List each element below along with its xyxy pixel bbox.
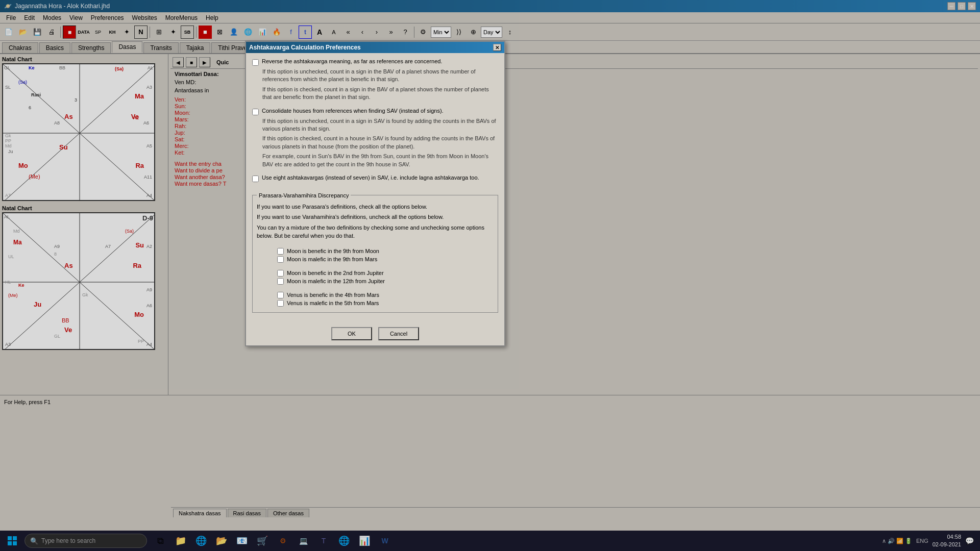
option1-desc2: If this option is checked, count in a si…	[262, 86, 498, 102]
parasara-cb-row-2: Moon is malefic in the 9th from Mars	[277, 256, 494, 263]
option2-label: Consolidate houses from references when …	[262, 108, 444, 114]
dialog-content: Reverse the ashtakavarga meaning, as far…	[246, 53, 504, 322]
dialog: Ashtakavarga Calculation Preferences ✕ R…	[245, 41, 505, 346]
parasara-fieldset: Parasara-Varahamihira Discrepancy If you…	[252, 192, 498, 313]
parasara-cb-row-3: Moon is benefic in the 2nd from Jupiter	[277, 270, 494, 277]
parasara-cb-row-4: Moon is malefic in the 12th from Jupiter	[277, 278, 494, 285]
parasara-cb-2[interactable]	[277, 256, 284, 263]
option1-desc1: If this option is unchecked, count in a …	[262, 68, 498, 84]
parasara-cb-3[interactable]	[277, 270, 284, 277]
parasara-cb-5[interactable]	[277, 292, 284, 298]
parasara-desc1: If you want to use Parasara's definition…	[257, 203, 494, 211]
ok-button[interactable]: OK	[331, 327, 372, 340]
parasara-cb-6[interactable]	[277, 300, 284, 307]
option2-desc3: For example, count in Sun's BAV in the 9…	[262, 153, 498, 168]
parasara-cb-label-5: Venus is benefic in the 4th from Mars	[287, 292, 379, 298]
parasara-cb-row-5: Venus is benefic in the 4th from Mars	[277, 292, 494, 298]
option2-row: Consolidate houses from references when …	[252, 108, 498, 115]
parasara-cb-label-2: Moon is malefic in the 9th from Mars	[287, 256, 377, 262]
option2-checkbox[interactable]	[252, 109, 259, 115]
option3-label: Use eight ashtakavargas (instead of seve…	[262, 174, 479, 181]
parasara-cb-label-3: Moon is benefic in the 2nd from Jupiter	[287, 270, 384, 276]
parasara-cb-4[interactable]	[277, 278, 284, 285]
cancel-button[interactable]: Cancel	[378, 327, 419, 340]
divider-p3	[257, 286, 494, 290]
option3-row: Use eight ashtakavargas (instead of seve…	[252, 174, 498, 182]
divider3	[252, 184, 498, 188]
dialog-overlay: Ashtakavarga Calculation Preferences ✕ R…	[0, 0, 980, 551]
divider-p2	[257, 264, 494, 268]
option2-desc2: If this option is checked, count in a ho…	[262, 135, 498, 151]
divider-p1	[257, 242, 494, 246]
dialog-titlebar: Ashtakavarga Calculation Preferences ✕	[246, 42, 504, 53]
parasara-cb-row-6: Venus is malefic in the 5th from Mars	[277, 300, 494, 307]
parasara-desc2: If you want to use Varahamihira's defini…	[257, 213, 494, 221]
parasara-cb-1[interactable]	[277, 248, 284, 255]
dialog-close-button[interactable]: ✕	[493, 44, 501, 51]
dialog-buttons: OK Cancel	[246, 322, 504, 345]
parasara-legend: Parasara-Varahamihira Discrepancy	[257, 192, 351, 198]
option1-checkbox[interactable]	[252, 59, 259, 66]
parasara-cb-label-6: Venus is malefic in the 5th from Mars	[287, 300, 379, 306]
divider2	[252, 170, 498, 174]
option3-checkbox[interactable]	[252, 176, 259, 182]
option1-row: Reverse the ashtakavarga meaning, as far…	[252, 58, 498, 66]
parasara-desc3: You can try a mixture of the two definit…	[257, 223, 494, 240]
option1-label: Reverse the ashtakavarga meaning, as far…	[262, 58, 442, 64]
parasara-cb-label-4: Moon is malefic in the 12th from Jupiter	[287, 278, 385, 284]
divider1	[252, 104, 498, 108]
dialog-title: Ashtakavarga Calculation Preferences	[249, 44, 361, 51]
option2-desc1: If this option is unchecked, count in a …	[262, 117, 498, 133]
parasara-cb-row-1: Moon is benefic in the 9th from Moon	[277, 248, 494, 255]
parasara-cb-label-1: Moon is benefic in the 9th from Moon	[287, 248, 379, 254]
